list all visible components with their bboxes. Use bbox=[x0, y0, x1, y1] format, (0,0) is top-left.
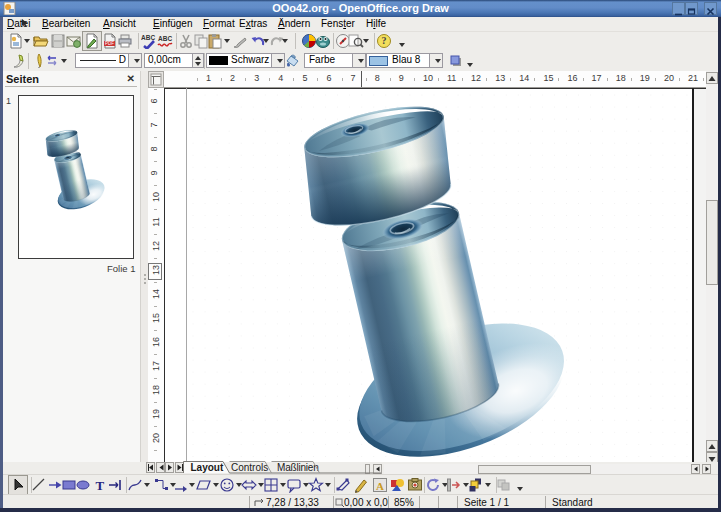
svg-text:T: T bbox=[96, 478, 105, 493]
svg-text:A: A bbox=[376, 480, 384, 492]
